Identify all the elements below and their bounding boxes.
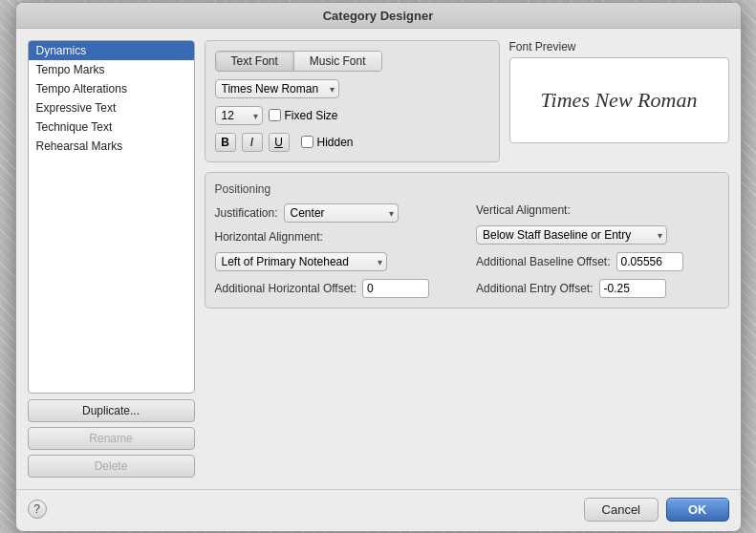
- horizontal-alignment-label: Horizontal Alignment:: [215, 230, 323, 244]
- list-item[interactable]: Expressive Text: [29, 98, 194, 117]
- positioning-left: Justification: Center Horizontal Alignme…: [215, 203, 458, 298]
- font-tabs: Text Font Music Font: [215, 51, 382, 72]
- vertical-alignment-wrapper: Below Staff Baseline or Entry: [476, 225, 667, 245]
- positioning-title: Positioning: [215, 182, 719, 196]
- additional-entry-offset-label: Additional Entry Offset:: [476, 282, 594, 295]
- list-item[interactable]: Rehearsal Marks: [29, 137, 194, 156]
- preview-text: Times New Roman: [541, 88, 698, 113]
- list-item[interactable]: Technique Text: [29, 117, 194, 137]
- list-item[interactable]: Dynamics: [29, 41, 194, 60]
- bottom-bar: ? Cancel OK: [16, 489, 741, 531]
- text-font-tab[interactable]: Text Font: [216, 52, 294, 71]
- category-designer-dialog: Category Designer Dynamics Tempo Marks T…: [15, 2, 742, 532]
- list-item[interactable]: Tempo Alterations: [29, 79, 194, 98]
- vertical-alignment-row: Vertical Alignment: Below Staff Baseline…: [476, 203, 719, 245]
- font-size-row: 12 Fixed Size: [215, 106, 489, 125]
- hidden-label[interactable]: Hidden: [301, 136, 354, 149]
- font-controls: Text Font Music Font Times New Roman: [205, 40, 500, 162]
- fixed-size-label[interactable]: Fixed Size: [269, 109, 338, 122]
- additional-baseline-offset-row: Additional Baseline Offset:: [476, 252, 719, 271]
- additional-entry-offset-row: Additional Entry Offset:: [476, 279, 719, 298]
- justification-select[interactable]: Center: [284, 203, 399, 223]
- title-text: Category Designer: [323, 9, 434, 23]
- category-list[interactable]: Dynamics Tempo Marks Tempo Alterations E…: [28, 40, 195, 394]
- font-name-wrapper: Times New Roman: [215, 79, 339, 98]
- fixed-size-checkbox[interactable]: [269, 109, 281, 121]
- positioning-grid: Justification: Center Horizontal Alignme…: [215, 203, 719, 298]
- additional-baseline-offset-input[interactable]: [616, 252, 683, 271]
- hidden-checkbox[interactable]: [301, 136, 313, 148]
- italic-button[interactable]: I: [242, 133, 263, 152]
- justification-wrapper: Center: [284, 203, 399, 223]
- vertical-alignment-select[interactable]: Below Staff Baseline or Entry: [476, 225, 667, 245]
- horizontal-alignment-select[interactable]: Left of Primary Notehead: [215, 252, 387, 271]
- font-section: Text Font Music Font Times New Roman: [205, 40, 729, 162]
- underline-button[interactable]: U: [269, 133, 290, 152]
- horizontal-alignment-row: Horizontal Alignment: Left of Primary No…: [215, 230, 458, 271]
- left-panel: Dynamics Tempo Marks Tempo Alterations E…: [28, 40, 195, 478]
- preview-box: Times New Roman: [509, 57, 729, 143]
- justification-label: Justification:: [215, 206, 278, 220]
- font-size-select[interactable]: 12: [215, 106, 263, 125]
- ok-button[interactable]: OK: [666, 498, 729, 522]
- list-item[interactable]: Tempo Marks: [29, 60, 194, 79]
- action-buttons: Duplicate... Rename Delete: [28, 399, 195, 478]
- horizontal-alignment-wrapper: Left of Primary Notehead: [215, 252, 387, 271]
- delete-button[interactable]: Delete: [28, 455, 195, 478]
- bold-button[interactable]: B: [215, 133, 236, 152]
- vertical-alignment-label: Vertical Alignment:: [476, 203, 571, 217]
- music-font-tab[interactable]: Music Font: [294, 52, 381, 71]
- positioning-section: Positioning Justification: Center: [205, 172, 729, 309]
- font-size-wrapper: 12: [215, 106, 263, 125]
- preview-label: Font Preview: [509, 40, 729, 53]
- font-name-select[interactable]: Times New Roman: [215, 79, 339, 98]
- additional-horizontal-offset-input[interactable]: [362, 279, 429, 298]
- font-preview-panel: Font Preview Times New Roman: [509, 40, 729, 162]
- additional-baseline-offset-label: Additional Baseline Offset:: [476, 255, 611, 268]
- duplicate-button[interactable]: Duplicate...: [28, 399, 195, 422]
- justification-row: Justification: Center: [215, 203, 458, 223]
- font-name-row: Times New Roman: [215, 79, 489, 98]
- additional-horizontal-offset-row: Additional Horizontal Offset:: [215, 279, 458, 298]
- bottom-right-buttons: Cancel OK: [584, 498, 729, 522]
- positioning-right: Vertical Alignment: Below Staff Baseline…: [476, 203, 719, 298]
- dialog-title: Category Designer: [16, 3, 741, 29]
- additional-horizontal-offset-label: Additional Horizontal Offset:: [215, 282, 357, 295]
- rename-button[interactable]: Rename: [28, 427, 195, 450]
- additional-entry-offset-input[interactable]: [599, 279, 666, 298]
- right-panel: Text Font Music Font Times New Roman: [205, 40, 729, 478]
- help-button[interactable]: ?: [28, 500, 47, 519]
- cancel-button[interactable]: Cancel: [584, 498, 659, 522]
- style-row: B I U Hidden: [215, 133, 489, 152]
